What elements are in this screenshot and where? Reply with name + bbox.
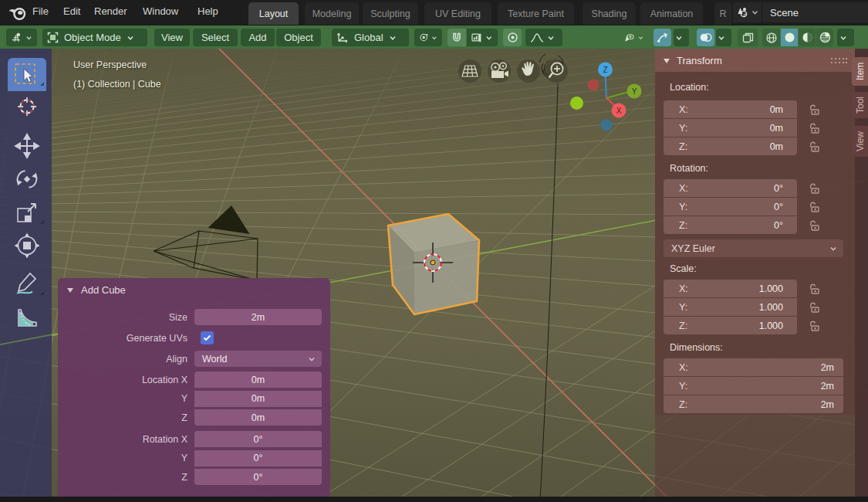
svg-text:Z: Z	[603, 66, 607, 74]
svg-text:Y: Y	[632, 87, 637, 96]
svg-text:X: X	[616, 107, 622, 115]
